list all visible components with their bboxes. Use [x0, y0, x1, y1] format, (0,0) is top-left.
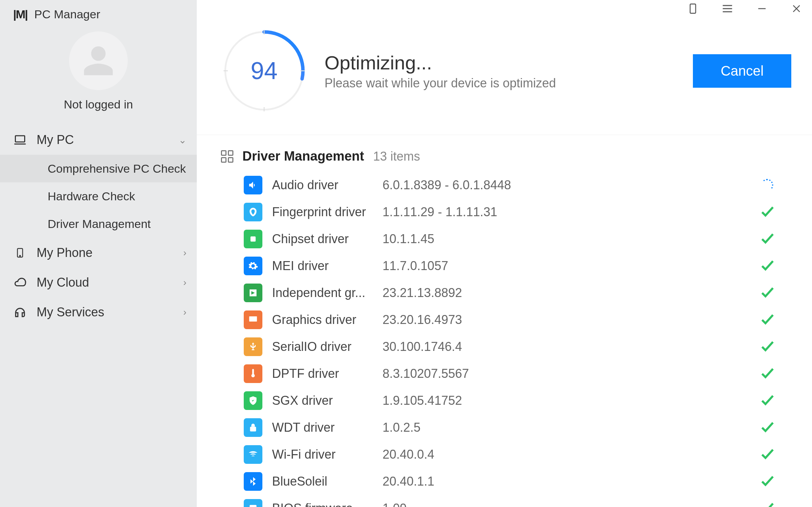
nav: My PC ⌄ Comprehensive PC Check Hardware …	[0, 125, 197, 507]
driver-row[interactable]: SGX driver1.9.105.41752	[244, 388, 791, 413]
sidebar-item-my-phone[interactable]: My Phone ›	[0, 238, 197, 268]
driver-status	[757, 257, 777, 275]
driver-status	[757, 203, 777, 221]
check-icon	[759, 499, 775, 507]
main: 94 Optimizing... Please wait while your …	[197, 0, 812, 507]
score-ring: 94	[221, 28, 307, 114]
driver-status	[757, 419, 777, 437]
chip-icon	[244, 230, 262, 248]
driver-row[interactable]: Audio driver6.0.1.8389 - 6.0.1.8448	[244, 173, 791, 198]
svg-rect-12	[249, 316, 257, 322]
app-title: PC Manager	[34, 8, 100, 21]
check-icon	[759, 419, 775, 437]
profile-block[interactable]: Not logged in	[0, 31, 197, 125]
avatar	[69, 31, 128, 90]
lock-icon	[244, 418, 262, 437]
driver-status	[757, 179, 777, 191]
driver-row[interactable]: BIOS firmware1.09	[244, 496, 791, 507]
check-icon	[759, 446, 775, 463]
phone-link-button[interactable]	[684, 0, 702, 17]
sidebar-sub-driver-management[interactable]: Driver Management	[0, 210, 197, 238]
driver-version: 6.0.1.8389 - 6.0.1.8448	[383, 178, 757, 192]
sidebar-item-label: My Phone	[37, 246, 93, 260]
app-logo: |M|	[13, 8, 27, 21]
sidebar-item-my-pc[interactable]: My PC ⌄	[0, 125, 197, 155]
hero: 94 Optimizing... Please wait while your …	[197, 17, 812, 135]
driver-version: 8.3.10207.5567	[383, 366, 757, 381]
menu-button[interactable]	[719, 0, 736, 17]
display-icon	[244, 310, 262, 329]
section-count: 13 items	[373, 149, 420, 164]
driver-status	[757, 365, 777, 383]
sidebar-sub-hardware-check[interactable]: Hardware Check	[0, 182, 197, 210]
chevron-down-icon: ⌄	[178, 134, 186, 146]
sidebar-sub-comprehensive-check[interactable]: Comprehensive PC Check	[0, 155, 197, 182]
gear-icon	[244, 257, 262, 275]
speaker-icon	[244, 176, 262, 194]
svg-point-2	[20, 255, 21, 256]
sidebar: |M| PC Manager Not logged in My PC ⌄ Com…	[0, 0, 197, 507]
driver-row[interactable]: BlueSoleil20.40.1.1	[244, 469, 791, 494]
chevron-right-icon: ›	[183, 307, 186, 318]
driver-version: 10.1.1.45	[383, 232, 757, 246]
driver-row[interactable]: Chipset driver10.1.1.45	[244, 227, 791, 251]
dashboard-icon	[221, 150, 233, 163]
driver-row[interactable]: DPTF driver8.3.10207.5567	[244, 361, 791, 386]
driver-name: BlueSoleil	[272, 474, 379, 489]
driver-row[interactable]: Fingerprint driver1.1.11.29 - 1.1.11.31	[244, 200, 791, 224]
driver-status	[757, 338, 777, 356]
cancel-button[interactable]: Cancel	[693, 54, 791, 88]
phone-icon	[13, 246, 27, 260]
driver-name: Audio driver	[272, 178, 379, 192]
minimize-button[interactable]	[753, 0, 771, 17]
driver-status	[757, 499, 777, 507]
check-icon	[759, 257, 775, 275]
driver-status	[757, 392, 777, 410]
driver-status	[757, 230, 777, 248]
driver-name: Graphics driver	[272, 313, 379, 327]
driver-version: 1.0.2.5	[383, 420, 757, 435]
cloud-icon	[13, 276, 27, 289]
sidebar-header: |M| PC Manager	[0, 0, 197, 31]
close-button[interactable]	[788, 0, 805, 17]
chevron-right-icon: ›	[183, 277, 186, 288]
sidebar-item-label: My PC	[37, 133, 74, 147]
driver-version: 23.20.16.4973	[383, 313, 757, 327]
driver-status	[757, 472, 777, 490]
driver-name: Chipset driver	[272, 232, 379, 246]
shield-icon	[244, 391, 262, 410]
sidebar-item-label: My Cloud	[37, 275, 89, 290]
driver-name: DPTF driver	[272, 366, 379, 381]
section-head: Driver Management 13 items	[221, 149, 791, 164]
sidebar-item-label: My Services	[37, 305, 104, 319]
driver-row[interactable]: MEI driver11.7.0.1057	[244, 254, 791, 278]
svg-rect-0	[16, 136, 25, 142]
driver-status	[757, 446, 777, 463]
driver-row[interactable]: Wi-Fi driver20.40.0.4	[244, 442, 791, 467]
driver-version: 30.100.1746.4	[383, 339, 757, 354]
driver-version: 1.1.11.29 - 1.1.11.31	[383, 205, 757, 219]
svg-rect-3	[690, 4, 696, 13]
sidebar-item-my-cloud[interactable]: My Cloud ›	[0, 268, 197, 297]
check-icon	[759, 311, 775, 329]
sidebar-item-my-services[interactable]: My Services ›	[0, 297, 197, 327]
hero-title: Optimizing...	[325, 51, 693, 74]
laptop-icon	[13, 133, 27, 147]
driver-name: SerialIO driver	[272, 339, 379, 354]
score-value: 94	[221, 28, 307, 114]
svg-rect-13	[250, 427, 256, 432]
svg-rect-11	[252, 238, 254, 240]
loading-icon	[761, 179, 773, 191]
login-status: Not logged in	[64, 98, 133, 111]
driver-row[interactable]: Independent gr...23.21.13.8892	[244, 280, 791, 305]
driver-row[interactable]: WDT driver1.0.2.5	[244, 415, 791, 440]
driver-version: 23.21.13.8892	[383, 286, 757, 300]
driver-row[interactable]: SerialIO driver30.100.1746.4	[244, 334, 791, 359]
driver-version: 1.09	[383, 501, 757, 507]
driver-row[interactable]: Graphics driver23.20.16.4973	[244, 307, 791, 332]
bios-icon	[244, 499, 262, 507]
svg-rect-14	[250, 505, 257, 507]
section-title: Driver Management	[242, 149, 364, 164]
driver-status	[757, 284, 777, 302]
titlebar	[197, 0, 812, 17]
